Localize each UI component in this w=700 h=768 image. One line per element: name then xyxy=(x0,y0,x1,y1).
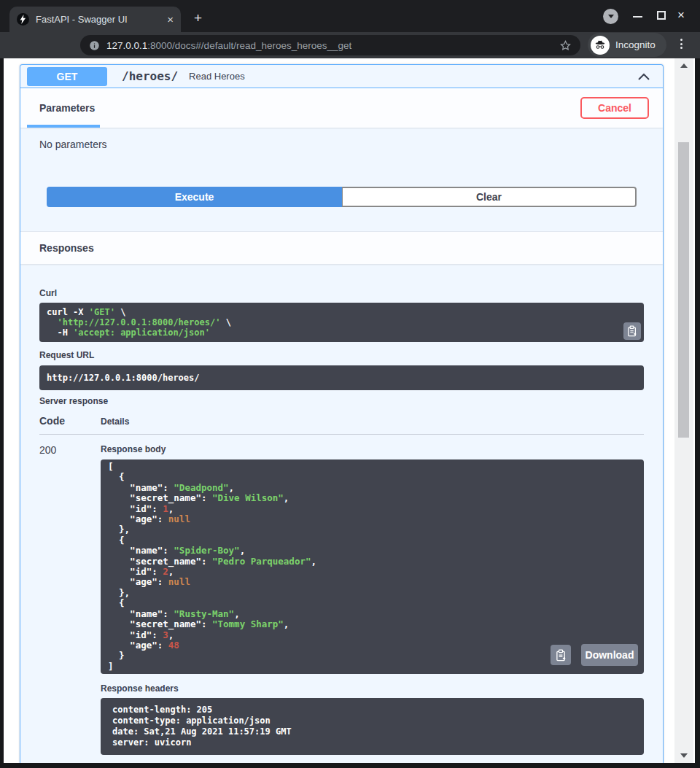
copy-curl-button[interactable] xyxy=(623,322,641,340)
execute-button[interactable]: Execute xyxy=(47,187,342,207)
responses-title: Responses xyxy=(39,242,94,254)
bookmark-star-icon[interactable] xyxy=(559,39,572,52)
address-bar[interactable]: 127.0.0.1:8000/docs#/default/read_heroes… xyxy=(80,35,580,55)
response-headers-block: content-length: 205 content-type: applic… xyxy=(101,698,644,755)
collapse-chevron-icon[interactable] xyxy=(638,73,650,80)
copy-response-button[interactable] xyxy=(551,645,571,665)
tab-search-button[interactable] xyxy=(603,9,618,24)
details-column-header: Details xyxy=(101,416,129,427)
incognito-label: Incognito xyxy=(615,39,656,50)
swagger-page: GET /heroes/ Read Heroes Parameters Canc… xyxy=(4,58,695,763)
scrollbar-thumb[interactable] xyxy=(678,142,689,438)
window-minimize-button[interactable] xyxy=(633,16,642,18)
download-button[interactable]: Download xyxy=(581,644,638,666)
browser-menu-button[interactable] xyxy=(680,39,682,49)
response-body-json: [ { "name": "Deadpond", "secret_name": "… xyxy=(108,462,637,672)
site-info-icon[interactable] xyxy=(89,40,100,51)
status-code: 200 xyxy=(39,444,101,755)
incognito-icon xyxy=(591,36,610,55)
request-url-text: http://127.0.0.1:8000/heroes/ xyxy=(47,373,637,383)
fastapi-favicon-icon xyxy=(17,13,29,26)
page-scrollbar[interactable] xyxy=(674,58,693,763)
browser-titlebar: FastAPI - Swagger UI × + × xyxy=(0,0,700,32)
scroll-up-arrow-icon[interactable] xyxy=(674,60,693,71)
url-path: :8000/docs#/default/read_heroes_heroes__… xyxy=(147,40,351,51)
responses-inner: Curl curl -X 'GET' \ 'http://127.0.0.1:8… xyxy=(20,288,663,755)
curl-label: Curl xyxy=(39,288,644,298)
incognito-badge: Incognito xyxy=(588,33,666,57)
response-body-block: [ { "name": "Deadpond", "secret_name": "… xyxy=(101,459,644,674)
execute-row: Execute Clear xyxy=(47,187,637,207)
parameters-tab-underline xyxy=(27,125,100,128)
parameters-title: Parameters xyxy=(39,102,95,114)
curl-command-text: curl -X 'GET' \ 'http://127.0.0.1:8000/h… xyxy=(47,307,619,338)
response-headers-label: Response headers xyxy=(101,683,644,694)
responses-section-header: Responses xyxy=(20,232,663,264)
browser-tab[interactable]: FastAPI - Swagger UI × xyxy=(9,7,181,32)
response-row: 200 Response body [ { "name": "Deadpond"… xyxy=(39,444,644,755)
operation-block-get-heroes: GET /heroes/ Read Heroes Parameters Canc… xyxy=(20,64,664,763)
operation-description: Read Heroes xyxy=(189,71,245,82)
tab-title: FastAPI - Swagger UI xyxy=(36,14,160,25)
http-method-badge: GET xyxy=(27,67,107,86)
cancel-button[interactable]: Cancel xyxy=(580,97,649,119)
response-body-label: Response body xyxy=(101,444,644,454)
url-text: 127.0.0.1:8000/docs#/default/read_heroes… xyxy=(106,40,553,51)
window-close-button[interactable]: × xyxy=(677,8,685,23)
operation-summary[interactable]: GET /heroes/ Read Heroes xyxy=(20,65,663,88)
url-host: 127.0.0.1 xyxy=(106,40,147,51)
clear-button[interactable]: Clear xyxy=(342,187,637,207)
scroll-down-arrow-icon[interactable] xyxy=(674,750,693,761)
response-headers-text: content-length: 205 content-type: applic… xyxy=(112,705,632,748)
operation-path: /heroes/ xyxy=(122,69,178,83)
window-maximize-button[interactable] xyxy=(657,11,666,20)
server-response-label: Server response xyxy=(39,396,644,406)
request-url-label: Request URL xyxy=(39,350,644,360)
request-url-block: http://127.0.0.1:8000/heroes/ xyxy=(39,365,644,390)
parameters-section-header: Parameters Cancel xyxy=(20,88,663,128)
curl-command-block: curl -X 'GET' \ 'http://127.0.0.1:8000/h… xyxy=(39,303,644,342)
tab-close-icon[interactable]: × xyxy=(167,14,174,25)
no-parameters-text: No parameters xyxy=(20,128,663,150)
code-column-header: Code xyxy=(39,415,101,427)
response-table-header: Code Details xyxy=(39,415,644,435)
new-tab-button[interactable]: + xyxy=(194,11,202,25)
